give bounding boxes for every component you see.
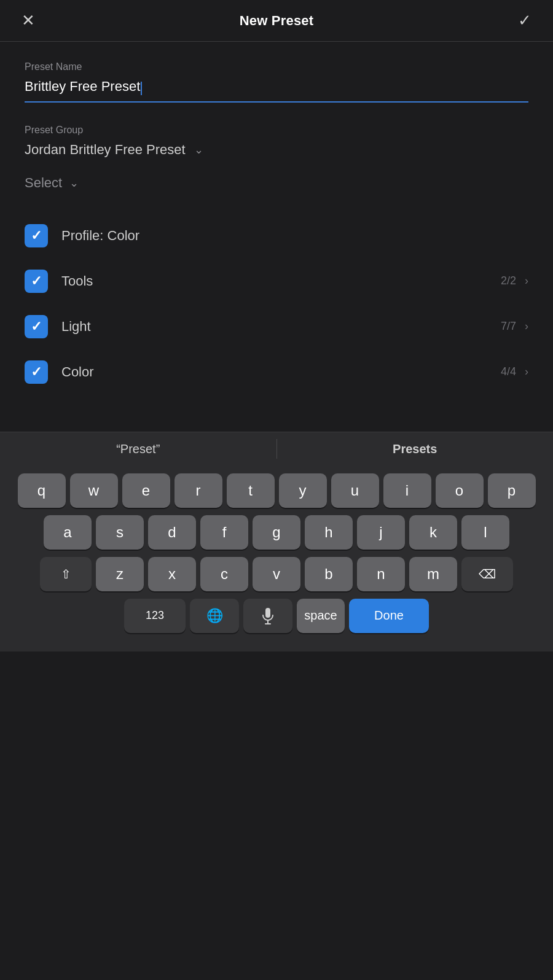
key-y[interactable]: y [279,473,327,508]
light-count: 7/7 [501,320,516,333]
checkbox-tools-label: Tools [61,273,501,289]
text-cursor [141,82,142,95]
checkbox-tools[interactable]: ✓ [25,270,48,293]
key-j[interactable]: j [357,515,405,550]
checkmark-icon: ✓ [31,319,42,335]
checkbox-profile-color-label: Profile: Color [61,228,528,244]
key-q[interactable]: q [18,473,66,508]
done-key[interactable]: Done [349,599,429,633]
keyboard-bottom-row: 123 🌐 space Done [5,599,548,651]
checkbox-color-label: Color [61,364,501,380]
checkmark-icon: ✓ [31,228,42,244]
microphone-key[interactable] [243,599,292,633]
key-w[interactable]: w [70,473,118,508]
numbers-key[interactable]: 123 [124,599,186,633]
svg-rect-0 [265,608,270,618]
checkbox-item-tools[interactable]: ✓ Tools 2/2 › [25,259,528,304]
chevron-down-icon: ⌄ [194,143,203,157]
key-f[interactable]: f [200,515,248,550]
key-l[interactable]: l [461,515,509,550]
space-key[interactable]: space [297,599,345,633]
key-s[interactable]: s [96,515,144,550]
checkbox-item-profile-color[interactable]: ✓ Profile: Color [25,213,528,259]
chevron-right-icon: › [525,320,528,333]
key-h[interactable]: h [305,515,353,550]
globe-key[interactable]: 🌐 [190,599,239,633]
app-header: ✕ New Preset ✓ [0,0,553,42]
checkbox-item-light[interactable]: ✓ Light 7/7 › [25,304,528,349]
checkbox-light[interactable]: ✓ [25,315,48,338]
keyboard-row-2: a s d f g h j k l [5,515,548,550]
key-o[interactable]: o [436,473,484,508]
color-count: 4/4 [501,365,516,378]
key-a[interactable]: a [44,515,92,550]
preset-name-label: Preset Name [25,61,528,72]
checkbox-light-label: Light [61,319,501,335]
key-r[interactable]: r [175,473,222,508]
suggestion-presets[interactable]: Presets [277,436,554,462]
key-i[interactable]: i [383,473,431,508]
suggestions-bar: “Preset” Presets [0,432,553,466]
preset-group-dropdown[interactable]: Jordan Brittley Free Preset ⌄ [25,142,528,158]
key-v[interactable]: v [253,557,300,591]
key-m[interactable]: m [409,557,457,591]
checkmark-icon: ✓ [31,273,42,289]
checkbox-color[interactable]: ✓ [25,360,48,384]
key-z[interactable]: z [96,557,144,591]
key-x[interactable]: x [148,557,196,591]
chevron-right-icon: › [525,365,528,378]
key-t[interactable]: t [227,473,275,508]
keyboard-row-1: q w e r t y u i o p [5,473,548,508]
main-content: Preset Name Brittley Free Preset Preset … [0,42,553,407]
shift-key[interactable]: ⇧ [40,557,92,591]
select-label: Select [25,175,62,191]
key-e[interactable]: e [122,473,170,508]
preset-group-value: Jordan Brittley Free Preset [25,142,186,158]
keyboard: q w e r t y u i o p a s d f g h j k l ⇧ … [0,466,553,651]
checkbox-section: ✓ Profile: Color ✓ Tools 2/2 › ✓ Light 7… [25,213,528,395]
key-n[interactable]: n [357,557,405,591]
select-chevron-icon: ⌄ [69,176,79,190]
close-button[interactable]: ✕ [17,11,39,30]
key-b[interactable]: b [305,557,353,591]
key-u[interactable]: u [331,473,379,508]
checkbox-profile-color[interactable]: ✓ [25,224,48,247]
checkmark-icon: ✓ [31,364,42,380]
checkbox-item-color[interactable]: ✓ Color 4/4 › [25,349,528,395]
preset-name-field[interactable]: Brittley Free Preset [25,79,528,103]
key-p[interactable]: p [488,473,536,508]
key-d[interactable]: d [148,515,196,550]
tools-count: 2/2 [501,274,516,287]
confirm-button[interactable]: ✓ [514,11,536,30]
backspace-key[interactable]: ⌫ [461,557,513,591]
key-g[interactable]: g [253,515,300,550]
preset-group-label: Preset Group [25,125,528,136]
microphone-icon [261,607,275,624]
key-c[interactable]: c [200,557,248,591]
select-dropdown[interactable]: Select ⌄ [25,175,528,191]
suggestion-preset-quoted[interactable]: “Preset” [0,436,276,462]
keyboard-row-3: ⇧ z x c v b n m ⌫ [5,557,548,591]
page-title: New Preset [240,13,314,29]
preset-group-section: Preset Group Jordan Brittley Free Preset… [25,125,528,158]
key-k[interactable]: k [409,515,457,550]
chevron-right-icon: › [525,274,528,287]
preset-name-value: Brittley Free Preset [25,79,140,94]
